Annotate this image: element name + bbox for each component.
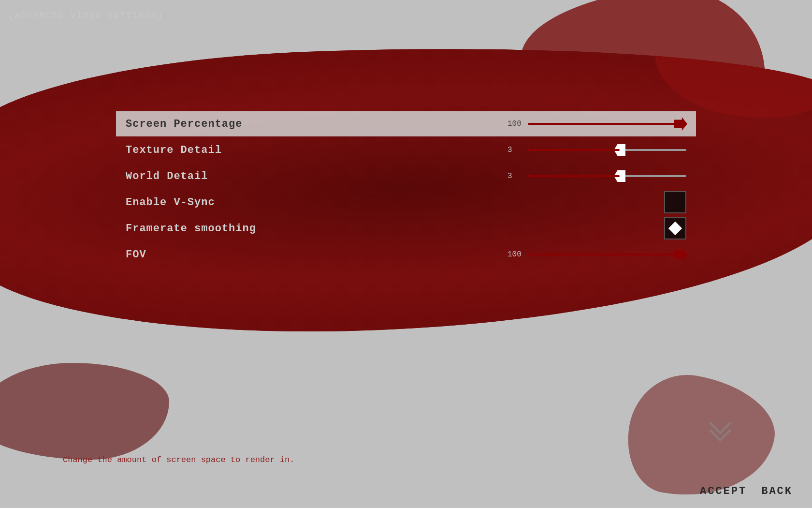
description-text: Change the amount of screen space to ren…: [63, 455, 294, 464]
toggle-enable-vsync[interactable]: [664, 191, 686, 213]
slider-value-screen-percentage: 100: [508, 120, 522, 128]
slider-screen-percentage[interactable]: 100: [508, 120, 686, 128]
setting-label-world-detail: World Detail: [126, 170, 329, 182]
toggle-framerate-smoothing[interactable]: [664, 217, 686, 239]
bottom-buttons: ACCEPT BACK: [700, 485, 793, 497]
slider-fill-fov: [528, 254, 686, 255]
slider-texture-detail[interactable]: 3: [508, 146, 686, 154]
slider-track-screen-percentage: [528, 123, 686, 125]
page-title: [ADVANCED VIDEO SETTINGS]: [9, 11, 163, 20]
slider-track-fov: [528, 254, 686, 255]
slider-track-world-detail: [528, 175, 686, 177]
settings-panel: Screen Percentage100Texture Detail3World…: [116, 111, 696, 268]
setting-row-texture-detail: Texture Detail3: [116, 137, 696, 163]
setting-label-texture-detail: Texture Detail: [126, 144, 329, 156]
setting-control-fov: 100: [329, 250, 686, 259]
setting-control-world-detail: 3: [329, 172, 686, 180]
setting-label-framerate-smoothing: Framerate smoothing: [126, 223, 329, 235]
setting-control-enable-vsync: [329, 191, 686, 213]
back-button[interactable]: BACK: [761, 485, 793, 497]
setting-label-screen-percentage: Screen Percentage: [126, 118, 329, 130]
setting-label-enable-vsync: Enable V-Sync: [126, 196, 329, 209]
slider-arrow-screen-percentage: [674, 117, 687, 131]
setting-row-framerate-smoothing: Framerate smoothing: [116, 216, 696, 241]
setting-control-screen-percentage: 100: [329, 120, 686, 128]
setting-row-world-detail: World Detail3: [116, 164, 696, 189]
chevron-decoration: [706, 418, 735, 445]
slider-fill-world-detail: [528, 175, 620, 177]
slider-track-texture-detail: [528, 149, 686, 151]
slider-value-world-detail: 3: [508, 172, 522, 180]
setting-label-fov: FOV: [126, 249, 329, 261]
slider-value-fov: 100: [508, 250, 522, 259]
setting-control-texture-detail: 3: [329, 146, 686, 154]
diamond-icon-framerate-smoothing: [668, 222, 682, 235]
slider-value-texture-detail: 3: [508, 146, 522, 154]
slider-world-detail[interactable]: 3: [508, 172, 686, 180]
slider-arrow-fov: [674, 248, 687, 261]
setting-row-enable-vsync: Enable V-Sync: [116, 190, 696, 215]
slider-fov[interactable]: 100: [508, 250, 686, 259]
slider-fill-texture-detail: [528, 149, 620, 151]
accept-button[interactable]: ACCEPT: [700, 485, 747, 497]
setting-row-screen-percentage: Screen Percentage100: [116, 111, 696, 136]
setting-row-fov: FOV100: [116, 242, 696, 267]
setting-control-framerate-smoothing: [329, 217, 686, 239]
slider-fill-screen-percentage: [528, 123, 686, 125]
